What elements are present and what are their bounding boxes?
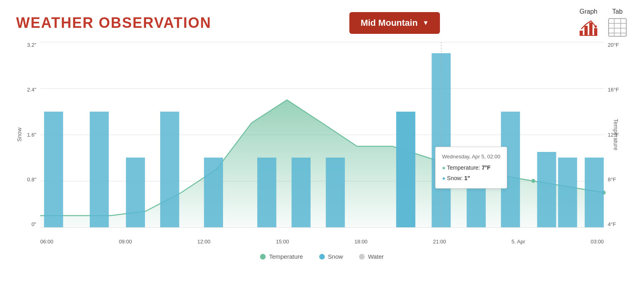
- svg-rect-6: [609, 19, 626, 36]
- x-tick-2: 12:00: [197, 239, 211, 245]
- temp-dot-1: [531, 179, 535, 183]
- dropdown-arrow-icon: ▼: [423, 19, 429, 27]
- snow-bar-11: [466, 158, 485, 227]
- snow-bar-8: [326, 158, 345, 227]
- chart-container: Snow 3.2" 2.4" 1.6" 0.8" 0" Temperature …: [16, 42, 628, 251]
- x-tick-3: 15:00: [276, 239, 289, 245]
- page-title: WEATHER OBSERVATION: [16, 15, 211, 31]
- legend-water: Water: [359, 253, 384, 260]
- x-tick-4: 18:00: [355, 239, 368, 245]
- snow-bar-9b: [396, 112, 415, 227]
- x-axis: 06:00 09:00 12:00 15:00 18:00 21:00 5. A…: [40, 231, 604, 251]
- y-axis-left: Snow 3.2" 2.4" 1.6" 0.8" 0": [16, 42, 40, 227]
- snow-bar-2: [90, 112, 109, 227]
- snow-bar-7: [291, 158, 310, 227]
- table-label: Tab: [612, 8, 623, 15]
- snow-bar-12: [501, 112, 520, 227]
- legend-temperature-label: Temperature: [269, 253, 303, 260]
- x-tick-7: 03:00: [590, 239, 604, 245]
- legend-snow-label: Snow: [328, 253, 343, 260]
- chart-svg: [40, 42, 604, 227]
- snow-tick-0: 3.2": [27, 42, 36, 48]
- x-tick-6: 5. Apr: [512, 239, 525, 245]
- svg-rect-0: [580, 31, 583, 35]
- location-dropdown-button[interactable]: Mid Mountain ▼: [349, 12, 440, 34]
- temp-tick-0: 20°F: [608, 42, 619, 48]
- snow-bar-3: [160, 112, 179, 227]
- legend-water-label: Water: [368, 253, 384, 260]
- legend-snow: Snow: [319, 253, 343, 260]
- graph-icon[interactable]: [578, 17, 599, 38]
- svg-point-4: [594, 25, 597, 28]
- legend-temperature: Temperature: [260, 253, 303, 260]
- snow-bar-4: [126, 158, 145, 227]
- snow-tick-3: 0.8": [27, 177, 36, 183]
- svg-rect-3: [594, 28, 597, 35]
- graph-view-option[interactable]: Graph: [578, 8, 599, 38]
- table-view-option[interactable]: Tab: [607, 8, 628, 38]
- snow-tick-2: 1.6": [27, 132, 36, 138]
- snow-bar-15: [585, 158, 604, 227]
- legend-snow-dot: [319, 254, 325, 260]
- snow-bar-6: [257, 158, 276, 227]
- snow-bar-5: [204, 158, 223, 227]
- temp-tick-4: 4°F: [608, 221, 616, 227]
- header: WEATHER OBSERVATION Mid Mountain ▼ Graph…: [0, 0, 644, 42]
- x-tick-1: 09:00: [119, 239, 132, 245]
- view-toggle: Graph Tab: [578, 8, 628, 38]
- snow-tick-1: 2.4": [27, 87, 36, 93]
- y-axis-right: Temperature 20°F 16°F 12°F 8°F 4°F: [604, 42, 628, 227]
- temp-tick-3: 8°F: [608, 177, 616, 183]
- temp-axis-label: Temperature: [613, 119, 619, 151]
- table-icon[interactable]: [607, 17, 628, 38]
- chart-legend: Temperature Snow Water: [0, 253, 644, 260]
- x-tick-0: 06:00: [40, 239, 54, 245]
- snow-bar-1: [44, 112, 63, 227]
- snow-bar-13: [537, 152, 556, 227]
- snow-bar-14: [558, 158, 577, 227]
- svg-rect-2: [589, 23, 592, 35]
- svg-rect-1: [584, 26, 588, 35]
- legend-water-dot: [359, 254, 365, 260]
- legend-temperature-dot: [260, 254, 266, 260]
- snow-axis-label: Snow: [16, 127, 23, 141]
- location-label: Mid Mountain: [361, 18, 418, 28]
- temp-tick-1: 16°F: [608, 87, 619, 93]
- snow-tick-4: 0": [31, 221, 36, 227]
- graph-label: Graph: [580, 8, 597, 15]
- x-tick-5: 21:00: [433, 239, 446, 245]
- chart-drawing-area[interactable]: Wednesday, Apr 5, 02:00 Temperature: 7°F…: [40, 42, 604, 227]
